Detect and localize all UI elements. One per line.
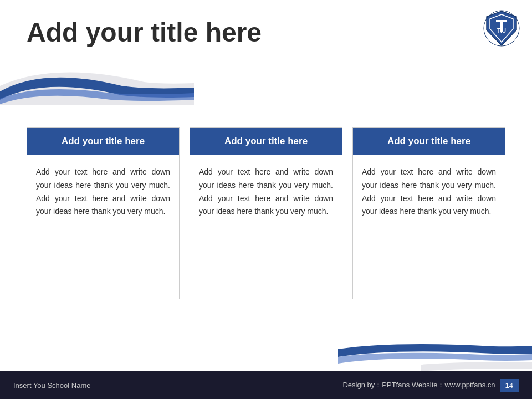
card-2-header: Add your title here bbox=[190, 128, 342, 155]
bottom-decoration-svg bbox=[338, 338, 532, 371]
card-1: Add your title here Add your text here a… bbox=[27, 127, 180, 299]
footer-school-name: Insert You School Name bbox=[13, 381, 90, 390]
svg-rect-2 bbox=[496, 20, 507, 22]
svg-text:TIU: TIU bbox=[497, 28, 506, 34]
footer-design-credit: Design by：PPTfans Website：www.pptfans.cn bbox=[342, 380, 495, 390]
card-3-body: Add your text here and write down your i… bbox=[353, 155, 505, 299]
card-2: Add your title here Add your text here a… bbox=[190, 127, 342, 299]
card-1-header: Add your title here bbox=[27, 128, 179, 155]
cards-container: Add your title here Add your text here a… bbox=[27, 127, 505, 299]
top-decoration-svg bbox=[0, 55, 194, 105]
card-3: Add your title here Add your text here a… bbox=[352, 127, 505, 299]
footer-right: Design by：PPTfans Website：www.pptfans.cn… bbox=[342, 379, 519, 392]
footer-page-number: 14 bbox=[500, 379, 519, 392]
card-2-body: Add your text here and write down your i… bbox=[190, 155, 342, 299]
main-title: Add your title here bbox=[27, 17, 262, 49]
logo: TIU bbox=[482, 9, 521, 48]
footer: Insert You School Name Design by：PPTfans… bbox=[0, 371, 532, 399]
card-1-body: Add your text here and write down your i… bbox=[27, 155, 179, 299]
slide: TIU Add your title here Add your title h… bbox=[0, 0, 532, 399]
card-3-header: Add your title here bbox=[353, 128, 505, 155]
